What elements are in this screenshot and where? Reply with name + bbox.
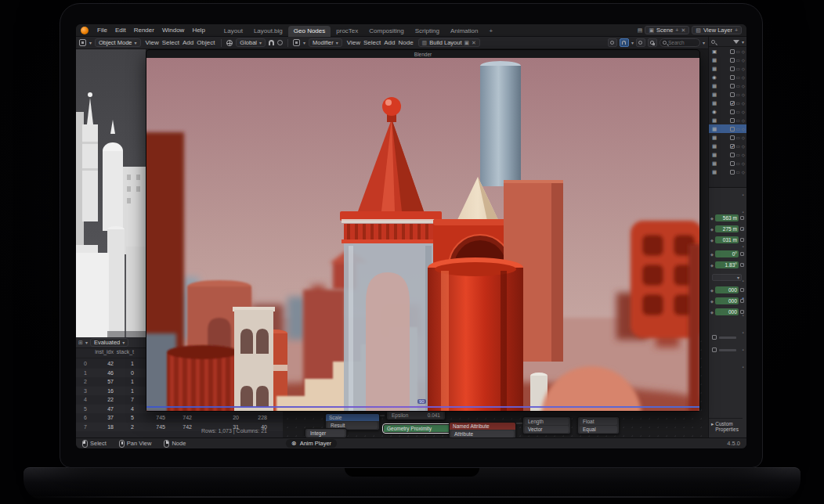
properties-tab-icon[interactable]: ▪ bbox=[742, 244, 743, 249]
filter-icon[interactable] bbox=[733, 40, 739, 44]
hide-viewport-icon[interactable]: ▭ bbox=[736, 110, 740, 114]
editor-3d-viewport-icon[interactable] bbox=[79, 39, 86, 46]
custom-properties-panel[interactable]: ▸ Custom Properties bbox=[709, 418, 743, 432]
workspace-tab[interactable]: Layout.big bbox=[248, 26, 288, 37]
hide-viewport-icon[interactable]: ▭ bbox=[736, 101, 740, 106]
workspace-tab[interactable]: Geo Nodes bbox=[288, 26, 331, 37]
menu-item[interactable]: Window bbox=[158, 27, 188, 34]
rotation-mode-dropdown[interactable]: ▾ bbox=[712, 274, 742, 281]
new-icon[interactable]: + bbox=[735, 27, 738, 33]
hide-viewport-icon[interactable]: ▭ bbox=[736, 161, 740, 166]
properties-tab-icon[interactable]: ▪ bbox=[742, 313, 743, 318]
chevron-down-icon[interactable]: ▾ bbox=[742, 39, 744, 45]
hide-render-icon[interactable]: ◇ bbox=[742, 49, 745, 54]
hide-viewport-icon[interactable]: ▭ bbox=[736, 135, 740, 140]
keyframe-icon[interactable]: ◆ bbox=[710, 288, 714, 293]
node-socket-row[interactable]: Attribute bbox=[451, 430, 514, 437]
outliner-row[interactable]: ▦ ▭ ◇ bbox=[709, 159, 746, 167]
keyframe-icon[interactable]: ◆ bbox=[710, 310, 714, 315]
menu-item[interactable]: Help bbox=[188, 27, 208, 34]
scale-field[interactable]: 000 bbox=[715, 297, 739, 304]
hide-viewport-icon[interactable]: ▭ bbox=[736, 84, 740, 88]
viewport-3d-clay[interactable] bbox=[76, 49, 146, 337]
hide-render-icon[interactable]: ◇ bbox=[742, 135, 745, 140]
checkbox-icon[interactable] bbox=[730, 84, 735, 88]
outliner-row[interactable]: ▦ ▭ ◇ bbox=[709, 142, 746, 150]
editor-geometry-nodes-icon[interactable] bbox=[293, 39, 300, 46]
column-header[interactable]: stack_t bbox=[114, 349, 134, 358]
hide-viewport-icon[interactable]: ▭ bbox=[736, 118, 740, 123]
mode-select[interactable]: Object Mode ▾ bbox=[95, 38, 141, 47]
node-menu-item[interactable]: Node bbox=[396, 39, 414, 46]
checkbox-icon[interactable] bbox=[730, 161, 735, 166]
stop-icon[interactable]: ⊗ bbox=[291, 440, 296, 447]
hide-render-icon[interactable]: ◇ bbox=[742, 67, 745, 71]
render-window[interactable]: Blender bbox=[146, 49, 700, 412]
anim-player-status[interactable]: ⊗ Anim Player bbox=[286, 439, 337, 448]
workspace-tab[interactable]: Animation bbox=[445, 26, 484, 37]
hide-render-icon[interactable]: ◇ bbox=[742, 127, 745, 131]
checkbox-icon[interactable] bbox=[730, 110, 735, 114]
viewport-menu-item[interactable]: Object bbox=[195, 39, 216, 46]
outliner-row[interactable]: ◉ ▭ ◇ bbox=[709, 73, 746, 81]
checkbox-icon[interactable] bbox=[730, 144, 735, 149]
hide-render-icon[interactable]: ◇ bbox=[742, 92, 745, 97]
outliner-row[interactable]: ▦ ▭ ◇ bbox=[709, 90, 746, 99]
workspace-tab[interactable]: + bbox=[483, 26, 498, 37]
table-row[interactable]: 6 37 5 745 742 20 228 bbox=[76, 413, 283, 423]
checkbox-icon[interactable] bbox=[712, 347, 717, 352]
checkbox-icon[interactable] bbox=[730, 135, 735, 140]
outliner-row[interactable]: ▦ ▭ ◇ bbox=[709, 64, 746, 73]
node-socket-row[interactable]: Integer bbox=[307, 430, 345, 437]
search-icon[interactable] bbox=[711, 40, 715, 44]
hide-render-icon[interactable]: ◇ bbox=[742, 153, 745, 157]
hide-viewport-icon[interactable]: ▭ bbox=[736, 67, 740, 71]
column-header[interactable]: inst_idx bbox=[87, 349, 114, 358]
node-socket-row[interactable]: Float bbox=[580, 418, 617, 425]
properties-tab-icon[interactable]: ▪ bbox=[742, 210, 743, 214]
outliner-row[interactable]: ▦ ▭ ◇ bbox=[709, 116, 746, 124]
outliner-row[interactable]: ▦ ▭ ◇ bbox=[709, 167, 746, 176]
workspace-tab[interactable]: Layout bbox=[219, 26, 248, 37]
checkbox-icon[interactable] bbox=[712, 335, 717, 340]
rotation-field[interactable]: 1.83° bbox=[715, 261, 739, 268]
node-socket-row[interactable]: Epsilon 0.041 bbox=[389, 412, 443, 419]
properties-tab-icon[interactable]: ▪ bbox=[742, 279, 743, 283]
hide-render-icon[interactable]: ◇ bbox=[742, 101, 745, 106]
hide-render-icon[interactable]: ◇ bbox=[742, 118, 745, 123]
keyframe-icon[interactable]: ◆ bbox=[710, 238, 714, 243]
proportional-editing-icon[interactable] bbox=[277, 40, 283, 45]
property-checkbox-row[interactable] bbox=[712, 347, 736, 352]
checkbox-icon[interactable] bbox=[730, 118, 735, 123]
menu-item[interactable]: Edit bbox=[111, 27, 130, 34]
scale-field[interactable]: 000 bbox=[715, 286, 739, 293]
render-window-titlebar[interactable]: Blender bbox=[146, 50, 699, 58]
node-socket-row[interactable]: Equal bbox=[580, 426, 617, 433]
node[interactable]: Length Vector bbox=[522, 416, 571, 434]
search-input[interactable] bbox=[668, 40, 698, 45]
outliner-row[interactable]: ▦ ▭ ◇ bbox=[709, 56, 746, 64]
frame-slider[interactable] bbox=[146, 406, 700, 408]
checkbox-icon[interactable] bbox=[730, 153, 735, 157]
keyframe-icon[interactable]: ◆ bbox=[710, 227, 714, 232]
workspace-tab[interactable]: procTex bbox=[331, 26, 363, 37]
hide-render-icon[interactable]: ◇ bbox=[742, 144, 745, 149]
pin-icon[interactable] bbox=[608, 38, 617, 47]
outliner-row[interactable]: ▣ ▭ ◇ bbox=[709, 47, 746, 56]
node-context-select[interactable]: Modifier ▾ bbox=[309, 38, 342, 47]
node-tree-selector[interactable]: ▥ Build Layout ▣ ✕ bbox=[418, 38, 480, 47]
view-layer-selector[interactable]: ▧ View Layer + bbox=[692, 26, 742, 34]
properties-tab-icon[interactable]: ▪ bbox=[742, 347, 743, 352]
location-field[interactable]: 275 m bbox=[715, 225, 739, 232]
node[interactable]: Float Equal bbox=[577, 416, 620, 434]
outliner-row[interactable]: ▦ ▭ ◇ bbox=[709, 81, 746, 90]
chevron-down-icon[interactable]: ▾ bbox=[631, 40, 634, 45]
property-checkbox-row[interactable] bbox=[712, 335, 736, 340]
checkbox-icon[interactable] bbox=[730, 101, 735, 106]
checkbox-icon[interactable] bbox=[730, 170, 735, 175]
menu-item[interactable]: Render bbox=[130, 27, 158, 34]
node-menu-item[interactable]: Select bbox=[362, 39, 382, 46]
properties-tab-icon[interactable]: ▪ bbox=[742, 227, 743, 232]
hide-viewport-icon[interactable]: ▭ bbox=[736, 58, 740, 63]
viewport-menu-item[interactable]: Select bbox=[161, 39, 181, 46]
